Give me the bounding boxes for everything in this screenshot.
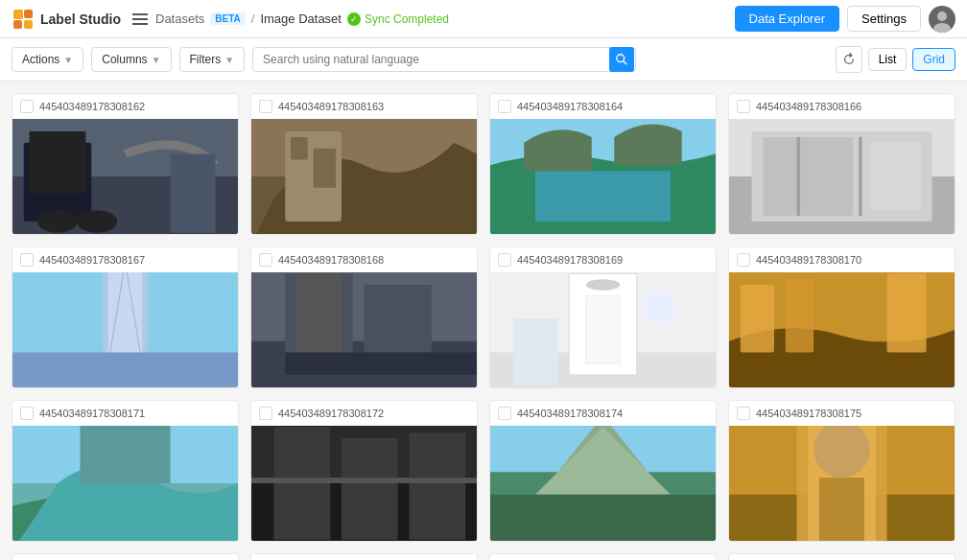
grid-item-header: 445403489178308176	[12, 554, 238, 560]
search-button[interactable]	[609, 47, 634, 72]
grid-item-header: 445403489178308174	[490, 401, 716, 426]
header: Label Studio Datasets BETA / Image Datas…	[0, 0, 967, 38]
grid-item[interactable]: 445403489178308167	[12, 246, 239, 388]
grid-item-checkbox[interactable]	[259, 407, 272, 420]
grid-item[interactable]: 445403489178308171	[12, 400, 239, 542]
actions-button[interactable]: Actions ▼	[12, 47, 83, 72]
grid-item-image	[12, 272, 238, 387]
grid-item[interactable]: 445403489178308168	[250, 246, 478, 388]
svg-point-5	[933, 23, 951, 33]
svg-rect-35	[12, 353, 238, 388]
grid-item-image	[251, 119, 477, 234]
svg-rect-27	[797, 137, 801, 216]
grid-item-id: 445403489178308163	[278, 101, 384, 112]
grid-item[interactable]: 445403489178308170	[728, 246, 955, 388]
grid-item[interactable]: 445403489178308172	[250, 400, 478, 542]
grid-item-header: 445403489178308177	[251, 554, 477, 560]
svg-rect-46	[586, 296, 620, 364]
grid-item-checkbox[interactable]	[737, 253, 750, 267]
grid-item-checkbox[interactable]	[259, 253, 272, 267]
grid-item-header: 445403489178308170	[729, 247, 955, 272]
columns-button[interactable]: Columns ▼	[91, 47, 171, 72]
grid-item[interactable]: 445403489178308175	[728, 400, 955, 542]
columns-chevron-icon: ▼	[152, 55, 161, 65]
grid-item-header: 445403489178308178	[490, 554, 716, 560]
grid-item[interactable]: 445403489178308162	[12, 93, 239, 235]
grid-item-checkbox[interactable]	[737, 407, 750, 420]
grid-item-header: 445403489178308163	[251, 94, 477, 119]
header-right: Data Explorer Settings	[735, 6, 955, 33]
svg-point-12	[37, 210, 78, 233]
grid-item[interactable]: 445403489178308166	[728, 93, 955, 235]
grid-item-header: 445403489178308179	[729, 554, 955, 560]
grid-item-header: 445403489178308164	[490, 94, 716, 119]
avatar[interactable]	[929, 6, 955, 33]
grid-item[interactable]: 445403489178308176	[12, 553, 239, 560]
grid-item-id: 445403489178308164	[517, 101, 623, 112]
grid-item[interactable]: 445403489178308169	[489, 246, 717, 388]
grid-item-checkbox[interactable]	[20, 407, 34, 420]
grid-item[interactable]: 445403489178308174	[489, 400, 717, 542]
content-area: 445403489178308162 445403489178308163 44…	[0, 82, 967, 560]
grid-item-checkbox[interactable]	[20, 100, 34, 113]
breadcrumb-datasets[interactable]: Datasets	[155, 12, 204, 26]
filters-button[interactable]: Filters ▼	[179, 47, 246, 72]
filters-chevron-icon: ▼	[224, 55, 234, 65]
grid-item-id: 445403489178308175	[756, 408, 861, 419]
grid-item-id: 445403489178308171	[39, 408, 145, 419]
sync-icon: ✓	[347, 12, 361, 26]
grid-item-header: 445403489178308171	[12, 401, 238, 426]
grid-item[interactable]: 445403489178308179	[728, 553, 955, 560]
svg-rect-71	[819, 478, 864, 541]
svg-rect-51	[741, 285, 774, 353]
svg-rect-22	[535, 171, 671, 222]
logo-icon	[12, 8, 35, 31]
sync-label: Sync Completed	[365, 12, 449, 26]
grid-item-image	[251, 426, 477, 541]
svg-rect-19	[314, 149, 337, 188]
data-explorer-button[interactable]: Data Explorer	[735, 6, 839, 32]
grid-item-checkbox[interactable]	[498, 407, 511, 420]
grid-item-checkbox[interactable]	[498, 253, 511, 267]
grid-item-id: 445403489178308172	[278, 408, 384, 419]
grid-item[interactable]: 445403489178308163	[250, 93, 478, 235]
grid-item-id: 445403489178308174	[517, 408, 623, 419]
refresh-button[interactable]	[836, 46, 862, 73]
svg-rect-11	[30, 131, 86, 194]
grid-item-header: 445403489178308166	[729, 94, 955, 119]
grid-item[interactable]: 445403489178308177	[250, 553, 478, 560]
svg-rect-2	[13, 20, 22, 29]
grid-item-checkbox[interactable]	[498, 100, 511, 113]
actions-chevron-icon: ▼	[63, 55, 73, 65]
list-view-button[interactable]: List	[868, 48, 908, 71]
grid-item-image	[12, 119, 238, 234]
grid-item-id: 445403489178308166	[756, 101, 861, 112]
svg-rect-0	[13, 10, 23, 19]
grid-view-button[interactable]: Grid	[912, 48, 955, 71]
grid-container: 445403489178308162 445403489178308163 44…	[0, 82, 967, 560]
grid-item-image	[490, 426, 716, 541]
logo-text: Label Studio	[40, 12, 121, 27]
beta-badge: BETA	[210, 12, 245, 25]
svg-rect-28	[859, 137, 862, 216]
grid-item-header: 445403489178308167	[12, 247, 238, 272]
grid-item-header: 445403489178308172	[251, 401, 477, 426]
grid-item[interactable]: 445403489178308178	[489, 553, 717, 560]
breadcrumb: Datasets BETA / Image Dataset ✓ Sync Com…	[155, 12, 449, 26]
svg-rect-29	[870, 143, 921, 211]
search-input[interactable]	[252, 47, 636, 72]
grid-item[interactable]: 445403489178308164	[489, 93, 717, 235]
grid-item-id: 445403489178308168	[278, 254, 384, 266]
grid-item-image	[729, 272, 955, 387]
svg-rect-41	[285, 353, 477, 376]
grid-item-id: 445403489178308162	[39, 101, 145, 112]
grid-item-checkbox[interactable]	[259, 100, 272, 113]
grid-item-checkbox[interactable]	[737, 100, 750, 113]
grid-item-image	[490, 272, 716, 387]
svg-rect-65	[490, 495, 716, 541]
svg-rect-60	[342, 438, 398, 540]
svg-rect-1	[24, 10, 33, 18]
menu-icon[interactable]	[132, 13, 148, 25]
settings-button[interactable]: Settings	[847, 6, 921, 32]
grid-item-checkbox[interactable]	[20, 253, 34, 267]
